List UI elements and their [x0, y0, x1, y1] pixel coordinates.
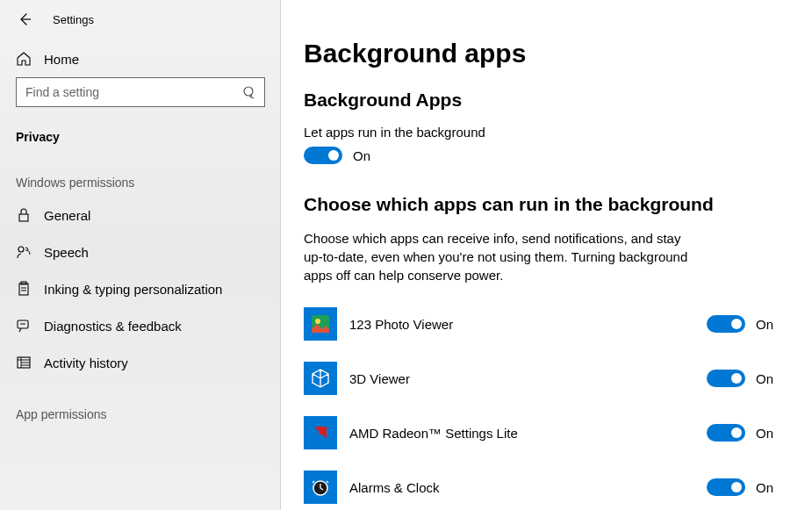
app-toggle-state: On — [756, 480, 773, 495]
app-name: 123 Photo Viewer — [349, 317, 707, 332]
search-icon — [242, 85, 256, 99]
speech-icon — [16, 244, 32, 260]
sidebar-home[interactable]: Home — [0, 40, 281, 77]
main-content: Background apps Background Apps Let apps… — [281, 0, 812, 510]
app-row-amd: AMD Radeon™ Settings Lite On — [304, 416, 786, 449]
app-icon-amd — [304, 416, 337, 449]
nav-label: Speech — [44, 245, 89, 260]
nav-label: Activity history — [44, 356, 128, 370]
master-desc: Let apps run in the background — [304, 125, 786, 140]
app-name: AMD Radeon™ Settings Lite — [349, 426, 707, 441]
svg-point-8 — [315, 319, 320, 324]
master-toggle-row: On — [304, 147, 786, 164]
sidebar-item-inking[interactable]: Inking & typing personalization — [0, 270, 281, 307]
clock-icon — [310, 477, 331, 498]
clipboard-icon — [16, 281, 32, 297]
window-title: Settings — [53, 13, 94, 26]
home-label: Home — [44, 52, 79, 67]
group-windows-permissions: Windows permissions — [0, 149, 281, 197]
sidebar: Settings Home Privacy Windows permission… — [0, 0, 281, 510]
app-icon-3d-viewer — [304, 362, 337, 395]
search-box[interactable] — [16, 77, 265, 107]
app-icon-alarms — [304, 470, 337, 504]
nav-label: Diagnostics & feedback — [44, 319, 182, 334]
app-name: 3D Viewer — [349, 371, 707, 386]
nav-label: Inking & typing personalization — [44, 282, 222, 297]
app-toggle-state: On — [756, 426, 773, 441]
page-title: Background apps — [304, 39, 786, 68]
section-title: Privacy — [0, 116, 281, 149]
app-toggle-alarms[interactable] — [707, 478, 745, 496]
master-heading: Background Apps — [304, 90, 786, 111]
svg-point-2 — [18, 247, 24, 252]
history-icon — [16, 355, 32, 370]
group-app-permissions: App permissions — [0, 381, 281, 428]
app-row-photo-viewer: 123 Photo Viewer On — [304, 307, 786, 341]
choose-info: Choose which apps can receive info, send… — [304, 229, 690, 284]
sidebar-item-speech[interactable]: Speech — [0, 233, 281, 270]
app-icon-photo-viewer — [304, 307, 337, 341]
app-toggle-photo-viewer[interactable] — [707, 315, 745, 333]
sidebar-item-activity[interactable]: Activity history — [0, 344, 281, 381]
app-toggle-amd[interactable] — [707, 424, 745, 442]
app-toggle-3d-viewer[interactable] — [707, 370, 745, 387]
choose-heading: Choose which apps can run in the backgro… — [304, 194, 786, 215]
sidebar-item-diagnostics[interactable]: Diagnostics & feedback — [0, 307, 281, 344]
app-toggle-state: On — [756, 317, 773, 332]
back-icon — [18, 12, 32, 26]
titlebar: Settings — [0, 11, 281, 40]
search-input[interactable] — [16, 77, 265, 107]
amd-icon — [310, 422, 331, 443]
back-button[interactable] — [16, 11, 33, 28]
lock-icon — [16, 207, 32, 223]
app-toggle-state: On — [756, 371, 773, 386]
app-row-alarms: Alarms & Clock On — [304, 470, 786, 504]
master-toggle-state: On — [353, 148, 370, 163]
app-row-3d-viewer: 3D Viewer On — [304, 362, 786, 395]
svg-rect-3 — [19, 284, 28, 295]
feedback-icon — [16, 318, 32, 334]
sidebar-item-general[interactable]: General — [0, 197, 281, 233]
master-toggle[interactable] — [304, 147, 342, 164]
nav-label: General — [44, 208, 90, 223]
cube-icon — [310, 368, 331, 389]
svg-rect-1 — [19, 214, 28, 221]
photo-icon — [310, 313, 331, 334]
app-name: Alarms & Clock — [349, 480, 707, 495]
home-icon — [16, 51, 32, 67]
svg-point-0 — [244, 87, 253, 96]
